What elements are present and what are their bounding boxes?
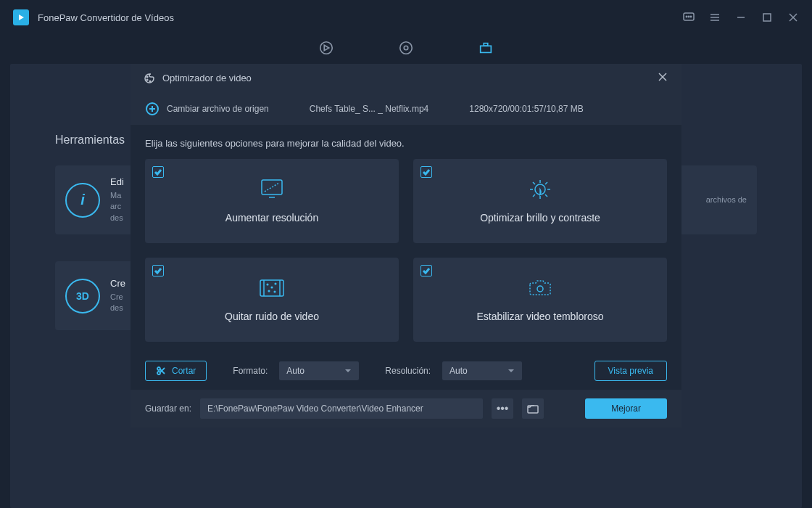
cut-button[interactable]: Cortar — [145, 361, 207, 381]
source-row: Cambiar archivo de origen Chefs Table_ S… — [130, 93, 682, 125]
svg-point-12 — [400, 42, 413, 54]
svg-rect-15 — [484, 44, 488, 46]
change-source-label: Cambiar archivo de origen — [167, 104, 269, 114]
svg-point-18 — [149, 81, 151, 82]
source-filename: Chefs Table_ S... _ Netflix.mp4 — [310, 104, 429, 114]
enhance-button[interactable]: Mejorar — [585, 398, 667, 419]
option-stabilize[interactable]: Estabilizar video tembloroso — [413, 258, 667, 342]
source-meta: 1280x720/00:01:57/10,87 MB — [469, 104, 583, 114]
svg-point-11 — [320, 42, 333, 54]
option-upscale-label: Aumentar resolución — [225, 212, 318, 224]
svg-point-45 — [157, 367, 160, 370]
svg-rect-8 — [763, 14, 771, 21]
svg-point-17 — [146, 79, 148, 81]
checkbox-brightness[interactable] — [420, 166, 432, 178]
svg-line-34 — [545, 182, 547, 184]
svg-point-3 — [690, 16, 691, 17]
tab-convert-icon[interactable] — [318, 40, 334, 59]
checkbox-upscale[interactable] — [152, 166, 164, 178]
chevron-down-icon — [344, 367, 352, 374]
menu-icon[interactable] — [709, 12, 721, 23]
svg-rect-24 — [262, 180, 282, 194]
option-grid: Aumentar resolución Optimizar brillo y c… — [145, 159, 667, 342]
info-icon: i — [65, 183, 100, 218]
app-logo-icon — [13, 9, 29, 25]
bg-card-desc: Maarcdes — [110, 190, 124, 224]
svg-point-13 — [404, 46, 408, 50]
svg-point-46 — [157, 372, 160, 374]
svg-line-35 — [533, 194, 535, 197]
svg-point-42 — [268, 290, 270, 292]
close-modal-button[interactable] — [657, 71, 668, 86]
modal-body: Elija las siguientes opciones para mejor… — [130, 125, 682, 390]
top-tabs — [0, 35, 812, 64]
svg-rect-14 — [481, 46, 492, 52]
3d-icon: 3D — [65, 279, 100, 314]
enhance-label: Mejorar — [611, 403, 641, 414]
denoise-icon — [256, 277, 288, 302]
bg-card3-desc: Credes — [110, 292, 125, 314]
svg-point-41 — [275, 283, 276, 284]
titlebar: FonePaw Convertidor de Vídeos — [0, 0, 812, 35]
svg-point-39 — [267, 284, 268, 285]
save-path-input[interactable] — [200, 398, 483, 419]
resolution-value: Auto — [450, 366, 468, 376]
brightness-icon — [524, 179, 556, 203]
cut-label: Cortar — [172, 366, 196, 376]
option-denoise[interactable]: Quitar ruido de video — [145, 258, 399, 342]
app-title: FonePaw Convertidor de Vídeos — [38, 12, 174, 23]
format-label: Formato: — [233, 366, 268, 376]
tools-heading: Herramientas — [55, 134, 125, 147]
svg-point-44 — [537, 286, 543, 292]
checkbox-stabilize[interactable] — [420, 265, 432, 276]
preview-label: Vista previa — [608, 366, 653, 376]
bg-card-title: Edi — [110, 176, 124, 187]
open-folder-button[interactable] — [522, 398, 544, 419]
stabilize-icon — [524, 277, 556, 302]
svg-line-32 — [533, 182, 535, 184]
change-source-button[interactable]: Cambiar archivo de origen — [145, 102, 269, 116]
checkbox-denoise[interactable] — [152, 265, 164, 276]
option-brightness-label: Optimizar brillo y contraste — [480, 212, 600, 224]
svg-line-33 — [545, 194, 547, 197]
format-value: Auto — [286, 366, 304, 376]
feedback-icon[interactable] — [683, 12, 695, 23]
option-brightness[interactable]: Optimizar brillo y contraste — [413, 159, 667, 243]
preview-button[interactable]: Vista previa — [594, 361, 667, 381]
modal-title: Optimizador de video — [162, 73, 657, 83]
close-icon[interactable] — [787, 12, 799, 23]
resolution-label: Resolución: — [385, 366, 431, 376]
format-select[interactable]: Auto — [279, 361, 359, 380]
palette-icon — [144, 73, 155, 84]
video-enhancer-modal: Optimizador de video Cambiar archivo de … — [130, 64, 682, 427]
browse-button[interactable]: ••• — [492, 398, 513, 419]
controls-row: Cortar Formato: Auto Resolución: Auto Vi… — [145, 361, 667, 381]
body-area: Herramientas i Edi Maarcdes archivos de … — [10, 64, 802, 508]
svg-line-25 — [265, 183, 279, 192]
modal-footer: Guardar en: ••• Mejorar — [130, 390, 682, 427]
minimize-icon[interactable] — [735, 12, 747, 23]
svg-point-1 — [686, 16, 687, 17]
instruction-text: Elija las siguientes opciones para mejor… — [145, 138, 667, 149]
bg-card3-title: Cre — [110, 278, 125, 289]
svg-point-40 — [271, 287, 273, 288]
modal-header: Optimizador de video — [130, 64, 682, 93]
bg-card-right-desc: archivos de — [706, 194, 747, 205]
upscale-icon — [256, 179, 288, 203]
tab-record-icon[interactable] — [398, 40, 414, 59]
save-label: Guardar en: — [145, 403, 191, 414]
maximize-icon[interactable] — [761, 12, 773, 23]
chevron-down-icon — [508, 367, 515, 374]
option-denoise-label: Quitar ruido de video — [225, 311, 319, 322]
option-stabilize-label: Estabilizar video tembloroso — [476, 311, 603, 322]
resolution-select[interactable]: Auto — [442, 361, 522, 380]
tab-tools-icon[interactable] — [478, 40, 494, 59]
option-upscale[interactable]: Aumentar resolución — [145, 159, 399, 243]
title-controls — [683, 12, 799, 23]
svg-point-2 — [688, 16, 689, 17]
svg-point-16 — [146, 76, 148, 78]
svg-point-43 — [274, 291, 276, 292]
